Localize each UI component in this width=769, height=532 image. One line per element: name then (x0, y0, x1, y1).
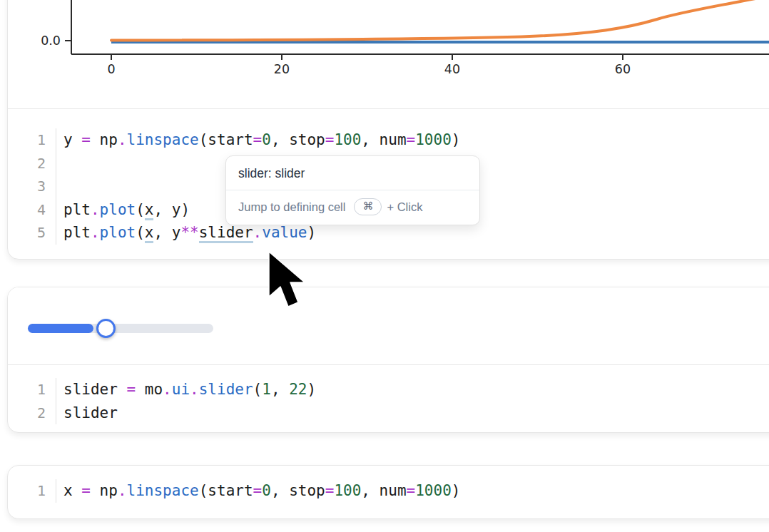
code-text[interactable]: plt.plot(x, y) (56, 198, 190, 222)
code-line[interactable]: 1 y = np.linspace(start=0, stop=100, num… (8, 128, 769, 152)
plot-output-area: 0.0 0 20 40 60 (8, 0, 769, 108)
line-number: 3 (8, 175, 56, 198)
code-text[interactable]: slider (56, 401, 118, 425)
variable-hover-tooltip: slider: slider Jump to defining cell ⌘ +… (225, 155, 480, 225)
x-tick-label: 40 (444, 62, 460, 76)
code-line[interactable]: 1 slider = mo.ui.slider(1, 22) (8, 378, 769, 401)
code-text[interactable]: x = np.linspace(start=0, stop=100, num=1… (56, 479, 460, 503)
code-text[interactable] (56, 175, 63, 198)
x-tick-label: 60 (615, 62, 631, 76)
code-text[interactable] (56, 152, 63, 175)
marimo-notebook: { "plot": { "y_tick_label": "0.0", "x_ti… (0, 0, 769, 532)
line-number: 5 (8, 221, 56, 245)
code-text[interactable]: slider = mo.ui.slider(1, 22) (56, 378, 316, 401)
matplotlib-figure: 0.0 0 20 40 60 (8, 0, 769, 108)
code-editor[interactable]: 1 slider = mo.ui.slider(1, 22) 2 slider (8, 365, 769, 433)
click-hint-label: + Click (387, 200, 422, 214)
orange-curve-series (111, 0, 769, 41)
slider-handle[interactable] (96, 319, 116, 338)
code-line[interactable]: 1 x = np.linspace(start=0, stop=100, num… (8, 479, 769, 503)
x-tick-label: 20 (274, 62, 290, 76)
tooltip-title: slider: slider (226, 156, 479, 190)
line-number: 4 (8, 198, 56, 222)
slider-track[interactable] (28, 324, 213, 333)
line-number: 1 (8, 378, 56, 401)
slider-output-area (8, 287, 769, 364)
line-number: 1 (8, 128, 56, 152)
y-tick-label: 0.0 (41, 34, 61, 48)
line-number: 2 (8, 152, 56, 175)
notebook-cell-x: 1 x = np.linspace(start=0, stop=100, num… (7, 465, 769, 519)
line-number: 2 (8, 401, 56, 425)
code-line[interactable]: 2 slider (8, 401, 769, 425)
command-key-badge: ⌘ (354, 198, 382, 215)
slider-fill (28, 324, 93, 333)
x-tick-label: 0 (107, 62, 115, 76)
code-editor[interactable]: 1 x = np.linspace(start=0, stop=100, num… (8, 466, 769, 513)
tooltip-action-row: Jump to defining cell ⌘ + Click (226, 190, 479, 225)
line-number: 1 (8, 479, 56, 503)
code-text[interactable]: y = np.linspace(start=0, stop=100, num=1… (56, 128, 460, 152)
notebook-cell-slider: 1 slider = mo.ui.slider(1, 22) 2 slider (7, 287, 769, 433)
jump-to-cell-label: Jump to defining cell (238, 200, 345, 214)
